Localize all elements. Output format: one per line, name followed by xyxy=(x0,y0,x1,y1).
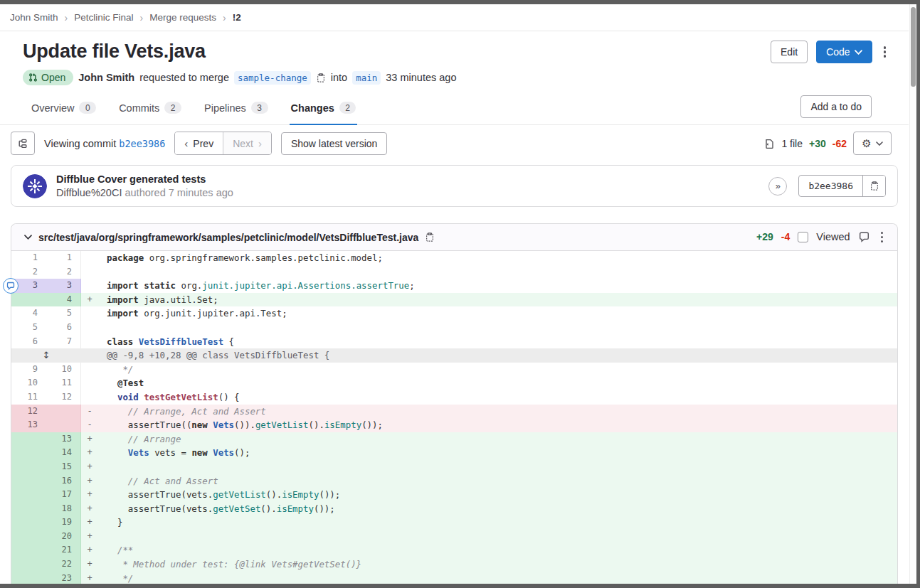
line-number-old[interactable]: 11 xyxy=(11,390,46,405)
tab-changes[interactable]: Changes 2 xyxy=(290,92,358,125)
line-number-old[interactable]: 9 xyxy=(11,363,46,377)
commit-avatar xyxy=(23,174,47,198)
line-number-new[interactable] xyxy=(46,418,81,432)
line-number-new[interactable]: 11 xyxy=(46,376,81,390)
line-number-new[interactable]: 5 xyxy=(46,306,81,321)
breadcrumb-item[interactable]: Merge requests xyxy=(149,12,216,23)
diff-sign xyxy=(81,321,98,335)
diff-table: 11package org.springframework.samples.pe… xyxy=(11,251,897,585)
viewed-checkbox[interactable] xyxy=(798,232,808,242)
line-number-old[interactable] xyxy=(11,293,46,307)
line-number-new[interactable]: 21 xyxy=(46,543,81,557)
tab-overview[interactable]: Overview 0 xyxy=(30,92,97,125)
line-number-old[interactable] xyxy=(11,474,46,488)
comment-indicator[interactable] xyxy=(3,278,18,294)
line-number-new[interactable]: 17 xyxy=(46,488,81,502)
viewed-label[interactable]: Viewed xyxy=(816,231,850,242)
code-token: import xyxy=(107,280,139,291)
expand-commit-details-button[interactable]: » xyxy=(768,177,787,196)
source-branch-chip[interactable]: sample-change xyxy=(234,71,311,85)
line-number-new[interactable]: 1 xyxy=(46,251,81,265)
diff-expander-row: ↕@@ -9,8 +10,28 @@ class VetsDiffblueTes… xyxy=(11,348,897,363)
show-latest-version-button[interactable]: Show latest version xyxy=(281,132,387,155)
line-number-new[interactable]: 15 xyxy=(46,460,81,474)
code-token: new xyxy=(191,419,207,430)
code-line: package org.springframework.samples.petc… xyxy=(98,251,897,265)
code-line: * Method under test: {@link Vets#getVetS… xyxy=(98,557,897,572)
commit-title[interactable]: Diffblue Cover generated tests xyxy=(56,173,233,185)
file-options-kebab-button[interactable] xyxy=(878,228,886,247)
line-number-new[interactable]: 13 xyxy=(46,432,81,447)
diff-settings-button[interactable]: ⚙ xyxy=(853,132,892,155)
copy-sha-button[interactable] xyxy=(862,176,885,196)
copy-path-button[interactable] xyxy=(425,232,435,242)
line-number-old[interactable] xyxy=(11,488,46,502)
file-tree-toggle-button[interactable] xyxy=(11,132,35,155)
line-number-new[interactable]: 4 xyxy=(46,293,81,307)
line-number-new[interactable]: 18 xyxy=(46,502,81,516)
code-token: ()); xyxy=(361,419,383,430)
line-number-new[interactable]: 7 xyxy=(46,335,81,349)
code-button[interactable]: Code xyxy=(816,41,872,63)
line-number-old[interactable] xyxy=(11,543,46,557)
target-branch-chip[interactable]: main xyxy=(352,71,381,85)
prev-label: Prev xyxy=(193,138,213,149)
line-number-old[interactable]: 13 xyxy=(11,418,46,432)
file-collapse-chevron-icon[interactable] xyxy=(24,235,32,240)
line-number-new[interactable]: 19 xyxy=(46,515,81,530)
add-todo-button[interactable]: Add a to do xyxy=(800,95,872,118)
code-token: // Act and Assert xyxy=(107,476,218,486)
edit-button[interactable]: Edit xyxy=(771,41,808,63)
code-token: void xyxy=(117,392,139,402)
copy-branch-button[interactable] xyxy=(316,73,326,83)
line-number-new[interactable]: 14 xyxy=(46,446,81,460)
author-name[interactable]: John Smith xyxy=(78,72,134,83)
line-number-new[interactable]: 6 xyxy=(46,321,81,335)
more-actions-kebab-button[interactable] xyxy=(881,42,889,61)
line-number-old[interactable] xyxy=(11,446,46,460)
line-number-new[interactable]: 3 xyxy=(46,279,81,293)
line-number-old[interactable] xyxy=(11,460,46,474)
next-commit-button[interactable]: Next › xyxy=(223,132,271,154)
prev-commit-button[interactable]: ‹ Prev xyxy=(175,132,223,154)
page-scrollbar[interactable] xyxy=(909,4,916,584)
file-comment-icon[interactable] xyxy=(858,231,870,242)
line-number-old[interactable]: 5 xyxy=(11,321,46,335)
code-token: @Test xyxy=(117,378,144,388)
commit-sha-link[interactable]: b2ee3986 xyxy=(119,138,165,149)
line-number-old[interactable] xyxy=(11,502,46,516)
code-line: @Test xyxy=(98,376,897,390)
line-number-old[interactable]: 12 xyxy=(11,405,46,419)
tab-pipelines[interactable]: Pipelines 3 xyxy=(203,92,270,125)
line-number-old[interactable]: 10 xyxy=(11,376,46,390)
line-number-new[interactable]: 12 xyxy=(46,390,81,405)
code-token: (); xyxy=(234,447,250,458)
line-number-new[interactable]: 2 xyxy=(46,265,81,279)
tab-commits[interactable]: Commits 2 xyxy=(117,92,183,125)
line-number-new[interactable]: 10 xyxy=(46,363,81,377)
tab-count-badge: 3 xyxy=(251,102,268,114)
scrollbar-thumb[interactable] xyxy=(911,7,916,87)
commit-author[interactable]: Diffblue%20CI xyxy=(56,187,122,198)
line-number-new[interactable]: 16 xyxy=(46,474,81,488)
breadcrumb-item[interactable]: John Smith xyxy=(10,12,58,23)
expand-lines-button[interactable]: ↕ xyxy=(11,348,81,363)
breadcrumb-item[interactable]: Petclinic Final xyxy=(74,12,133,23)
diff-row: 4+import java.util.Set; xyxy=(11,293,897,307)
line-number-old[interactable]: 1 xyxy=(11,251,46,265)
diff-row: 21+ /** xyxy=(11,543,897,557)
line-number-old[interactable] xyxy=(11,515,46,530)
line-number-new[interactable]: 20 xyxy=(46,530,81,544)
line-number-old[interactable]: 2 xyxy=(11,265,46,279)
code-token: vets = xyxy=(149,447,192,458)
file-path[interactable]: src/test/java/org/springframework/sample… xyxy=(38,232,418,243)
line-number-new[interactable]: 22 xyxy=(46,557,81,572)
line-number-old[interactable] xyxy=(11,530,46,544)
line-number-new[interactable] xyxy=(46,405,81,419)
code-line: assertTrue((new Vets()).getVetList().isE… xyxy=(98,418,897,432)
code-token: // Arrange xyxy=(107,434,181,444)
line-number-old[interactable]: 6 xyxy=(11,335,46,349)
line-number-old[interactable] xyxy=(11,432,46,447)
line-number-old[interactable]: 4 xyxy=(11,306,46,321)
line-number-old[interactable] xyxy=(11,557,46,572)
